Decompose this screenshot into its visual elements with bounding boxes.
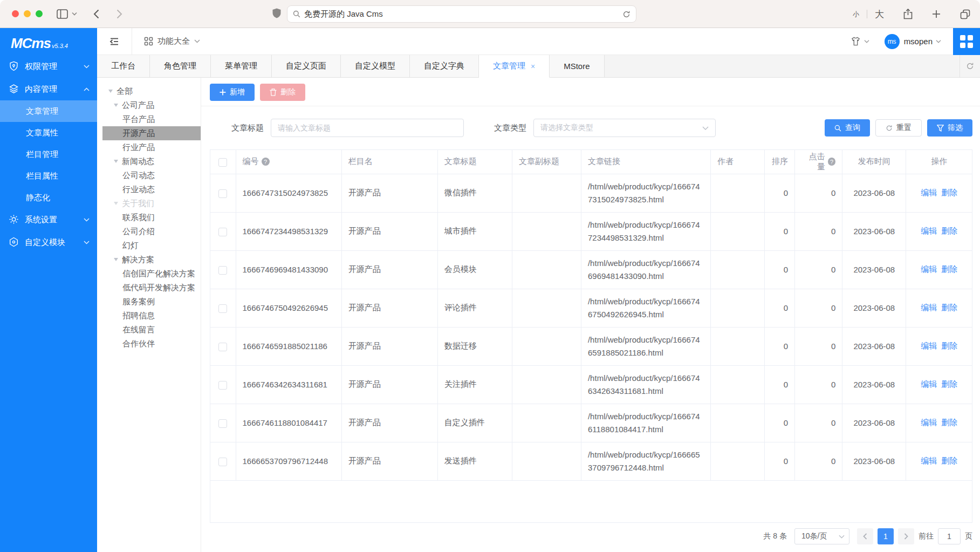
tab-工作台[interactable]: 工作台 bbox=[97, 55, 150, 77]
delete-link[interactable]: 删除 bbox=[941, 456, 957, 465]
tree-node-新闻动态[interactable]: 新闻动态 bbox=[97, 154, 201, 168]
delete-link[interactable]: 删除 bbox=[941, 341, 957, 350]
row-checkbox[interactable] bbox=[218, 343, 227, 351]
tree-node-合作伙伴[interactable]: 合作伙伴 bbox=[97, 337, 201, 351]
reload-icon[interactable] bbox=[622, 10, 631, 18]
prev-page-button[interactable] bbox=[857, 528, 873, 544]
title-filter-input[interactable] bbox=[271, 119, 464, 137]
user-avatar[interactable]: ms bbox=[885, 34, 900, 49]
next-page-button[interactable] bbox=[898, 528, 914, 544]
theme-switcher[interactable] bbox=[851, 37, 869, 46]
help-icon[interactable]: ? bbox=[828, 158, 836, 166]
row-checkbox[interactable] bbox=[218, 381, 227, 390]
search-button[interactable]: 查询 bbox=[825, 119, 870, 137]
tab-文章管理[interactable]: 文章管理× bbox=[479, 55, 550, 78]
delete-button[interactable]: 删除 bbox=[260, 84, 305, 101]
tree-expand-arrow-icon[interactable] bbox=[114, 202, 118, 205]
sidebar-subitem-栏目属性[interactable]: 栏目属性 bbox=[0, 165, 97, 187]
tree-expand-arrow-icon[interactable] bbox=[114, 160, 118, 163]
sidebar-toggle-icon[interactable] bbox=[57, 9, 68, 19]
username[interactable]: msopen bbox=[904, 37, 933, 46]
row-checkbox[interactable] bbox=[218, 266, 227, 275]
text-smaller-button[interactable]: 小 bbox=[853, 10, 859, 19]
type-filter-select[interactable]: 请选择文章类型 bbox=[533, 119, 716, 137]
edit-link[interactable]: 编辑 bbox=[921, 303, 937, 312]
goto-page-input[interactable] bbox=[938, 528, 961, 544]
edit-link[interactable]: 编辑 bbox=[921, 341, 937, 350]
address-bar[interactable]: 免费开源的 Java Cms bbox=[287, 5, 636, 23]
tree-node-信创国产化解决方案[interactable]: 信创国产化解决方案 bbox=[97, 267, 201, 281]
page-size-select[interactable]: 10条/页 bbox=[794, 528, 849, 544]
zoom-window-button[interactable] bbox=[36, 10, 43, 17]
privacy-shield-icon[interactable] bbox=[272, 8, 281, 18]
sidebar-subitem-文章属性[interactable]: 文章属性 bbox=[0, 122, 97, 144]
sidebar-item-自定义模块[interactable]: 自定义模块 bbox=[0, 231, 97, 254]
filter-button[interactable]: 筛选 bbox=[927, 119, 972, 137]
edit-link[interactable]: 编辑 bbox=[921, 379, 937, 389]
tab-自定义模型[interactable]: 自定义模型 bbox=[341, 55, 410, 77]
close-window-button[interactable] bbox=[12, 10, 19, 17]
delete-link[interactable]: 删除 bbox=[941, 188, 957, 197]
sidebar-item-权限管理[interactable]: 权限管理 bbox=[0, 55, 97, 78]
minimize-window-button[interactable] bbox=[24, 10, 31, 17]
tree-expand-arrow-icon[interactable] bbox=[114, 104, 118, 107]
edit-link[interactable]: 编辑 bbox=[921, 188, 937, 197]
tree-node-在线留言[interactable]: 在线留言 bbox=[97, 323, 201, 337]
new-tab-icon[interactable] bbox=[932, 10, 941, 18]
row-checkbox[interactable] bbox=[218, 419, 227, 428]
tab-菜单管理[interactable]: 菜单管理 bbox=[211, 55, 272, 77]
edit-link[interactable]: 编辑 bbox=[921, 264, 937, 274]
refresh-tab-icon[interactable] bbox=[960, 55, 980, 77]
sidebar-subitem-栏目管理[interactable]: 栏目管理 bbox=[0, 144, 97, 165]
tab-自定义字典[interactable]: 自定义字典 bbox=[410, 55, 479, 77]
row-checkbox[interactable] bbox=[218, 228, 227, 236]
tree-node-全部[interactable]: 全部 bbox=[97, 84, 201, 98]
collapse-sidebar-icon[interactable] bbox=[109, 36, 120, 47]
tab-MStore[interactable]: MStore bbox=[550, 55, 604, 77]
tree-node-公司动态[interactable]: 公司动态 bbox=[97, 168, 201, 182]
delete-link[interactable]: 删除 bbox=[941, 379, 957, 389]
function-menu[interactable]: 功能大全 bbox=[144, 36, 200, 46]
tree-node-公司产品[interactable]: 公司产品 bbox=[97, 98, 201, 112]
delete-link[interactable]: 删除 bbox=[941, 226, 957, 235]
current-page-button[interactable]: 1 bbox=[878, 528, 894, 544]
tree-node-联系我们[interactable]: 联系我们 bbox=[97, 210, 201, 224]
tab-overview-icon[interactable] bbox=[960, 9, 970, 19]
tree-node-幻灯[interactable]: 幻灯 bbox=[97, 238, 201, 253]
reset-button[interactable]: 重置 bbox=[875, 119, 922, 137]
tree-node-低代码开发解决方案[interactable]: 低代码开发解决方案 bbox=[97, 281, 201, 295]
delete-link[interactable]: 删除 bbox=[941, 303, 957, 312]
share-icon[interactable] bbox=[903, 9, 913, 19]
tab-自定义页面[interactable]: 自定义页面 bbox=[272, 55, 341, 77]
edit-link[interactable]: 编辑 bbox=[921, 226, 937, 235]
tree-node-招聘信息[interactable]: 招聘信息 bbox=[97, 309, 201, 323]
tree-node-行业动态[interactable]: 行业动态 bbox=[97, 182, 201, 196]
tab-角色管理[interactable]: 角色管理 bbox=[150, 55, 211, 77]
row-checkbox[interactable] bbox=[218, 304, 227, 313]
tree-node-行业产品[interactable]: 行业产品 bbox=[97, 140, 201, 154]
tree-node-开源产品[interactable]: 开源产品 bbox=[97, 126, 201, 140]
add-button[interactable]: 新增 bbox=[210, 84, 255, 101]
back-button[interactable] bbox=[93, 9, 99, 19]
forward-button[interactable] bbox=[116, 9, 122, 19]
sidebar-subitem-文章管理[interactable]: 文章管理 bbox=[0, 100, 97, 122]
select-all-checkbox[interactable] bbox=[218, 158, 227, 167]
sidebar-subitem-静态化[interactable]: 静态化 bbox=[0, 187, 97, 208]
delete-link[interactable]: 删除 bbox=[941, 418, 957, 427]
delete-link[interactable]: 删除 bbox=[941, 264, 957, 274]
tree-node-服务案例[interactable]: 服务案例 bbox=[97, 295, 201, 309]
edit-link[interactable]: 编辑 bbox=[921, 418, 937, 427]
tree-node-关于我们[interactable]: 关于我们 bbox=[97, 196, 201, 210]
row-checkbox[interactable] bbox=[218, 189, 227, 198]
close-tab-icon[interactable]: × bbox=[531, 62, 535, 71]
tree-expand-arrow-icon[interactable] bbox=[108, 90, 113, 93]
tree-node-平台产品[interactable]: 平台产品 bbox=[97, 112, 201, 126]
row-checkbox[interactable] bbox=[218, 458, 227, 466]
tree-node-解决方案[interactable]: 解决方案 bbox=[97, 253, 201, 267]
tree-node-公司介绍[interactable]: 公司介绍 bbox=[97, 224, 201, 238]
sidebar-item-系统设置[interactable]: 系统设置 bbox=[0, 208, 97, 231]
help-icon[interactable]: ? bbox=[262, 158, 270, 166]
text-larger-button[interactable]: 大 bbox=[875, 8, 884, 21]
sidebar-item-内容管理[interactable]: 内容管理 bbox=[0, 78, 97, 100]
tree-expand-arrow-icon[interactable] bbox=[114, 258, 118, 261]
